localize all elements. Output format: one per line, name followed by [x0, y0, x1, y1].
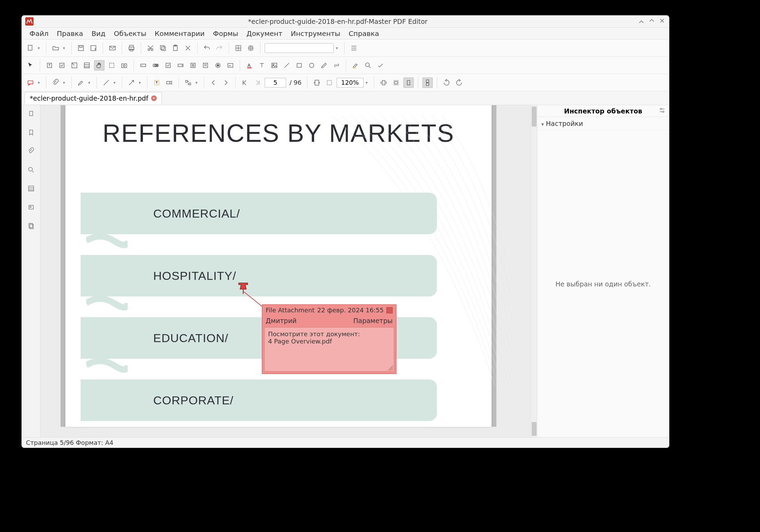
dropdown-icon[interactable]: ▾: [336, 46, 340, 51]
listbox2-tool[interactable]: [200, 60, 211, 71]
dropdown-icon[interactable]: ▾: [38, 46, 42, 51]
grid-form-tool[interactable]: [82, 60, 92, 71]
check-tool[interactable]: [375, 60, 386, 71]
button-tool[interactable]: OK: [150, 60, 161, 71]
file-tab[interactable]: *ecler-product-guide-2018-en-hr.pdf ✕: [25, 92, 162, 104]
measure-tool[interactable]: [183, 77, 193, 88]
zoom-input[interactable]: [337, 78, 364, 88]
search-input[interactable]: [265, 43, 334, 53]
form-tool[interactable]: [69, 60, 80, 71]
radio-tool[interactable]: [213, 60, 223, 71]
dropdown-icon[interactable]: ▾: [366, 80, 370, 85]
layout-cont-button[interactable]: [391, 77, 401, 88]
stamp-tool[interactable]: [164, 77, 174, 88]
fit-page-button[interactable]: [312, 77, 322, 88]
minimize-button[interactable]: [639, 18, 644, 25]
maximize-button[interactable]: [649, 18, 654, 25]
inspector-section[interactable]: Настройки: [537, 117, 669, 130]
crop-tool[interactable]: [107, 60, 117, 71]
marker-tool[interactable]: [76, 77, 86, 88]
line-tool[interactable]: [282, 60, 292, 71]
delete-button[interactable]: [183, 43, 193, 53]
link-tool[interactable]: [331, 60, 342, 71]
scrollbar-thumb[interactable]: [532, 107, 537, 127]
thumbnails-panel-button[interactable]: [26, 183, 36, 194]
note-options[interactable]: Параметры: [353, 317, 393, 324]
snapshot-tool[interactable]: [119, 60, 129, 71]
copy-button[interactable]: [158, 43, 168, 53]
comment-tool[interactable]: [25, 77, 36, 88]
hand-tool[interactable]: [94, 60, 104, 71]
dropdown-icon[interactable]: ▾: [63, 80, 67, 85]
image-tool[interactable]: [269, 60, 280, 71]
snap-button[interactable]: [246, 43, 256, 53]
vertical-scrollbar[interactable]: [531, 105, 537, 437]
highlight-tool[interactable]: [350, 60, 361, 71]
arrow-tool[interactable]: [126, 77, 137, 88]
pages-panel-button[interactable]: [26, 109, 36, 119]
save-button[interactable]: [76, 43, 86, 53]
print-button[interactable]: [126, 43, 137, 53]
nav-fwd-button[interactable]: [252, 77, 263, 88]
menu-tools[interactable]: Инструменты: [287, 28, 345, 39]
checkbox-tool[interactable]: [163, 60, 173, 71]
dropdown-icon[interactable]: ▾: [139, 80, 143, 85]
menu-file[interactable]: Файл: [25, 28, 53, 39]
document-viewport[interactable]: REFERENCES BY MARKETS COMMERCIAL/ HOSPIT…: [40, 105, 531, 437]
signatures-panel-button[interactable]: [26, 202, 36, 212]
tab-close-icon[interactable]: ✕: [151, 95, 157, 101]
layers-panel-button[interactable]: [26, 221, 36, 231]
zoom-tool[interactable]: [363, 60, 373, 71]
open-button[interactable]: [51, 43, 61, 53]
ellipse-tool[interactable]: [306, 60, 317, 71]
fit-width-button[interactable]: [324, 77, 335, 88]
menu-objects[interactable]: Объекты: [110, 28, 150, 39]
menu-view[interactable]: Вид: [87, 28, 110, 39]
scrollbar-thumb[interactable]: [532, 422, 537, 436]
options-button[interactable]: [349, 43, 359, 53]
menu-forms[interactable]: Формы: [209, 28, 242, 39]
rotate-left-button[interactable]: [441, 77, 452, 88]
paste-button[interactable]: [170, 43, 181, 53]
search-panel-button[interactable]: [26, 165, 36, 175]
text-tool[interactable]: [257, 60, 267, 71]
listbox-tool[interactable]: [188, 60, 198, 71]
close-button[interactable]: [659, 18, 665, 25]
dropdown-icon[interactable]: ▾: [38, 80, 42, 85]
note-body[interactable]: Посмотрите этот документ: 4 Page Overvie…: [264, 327, 394, 372]
note-close-button[interactable]: [386, 307, 393, 313]
cut-button[interactable]: [145, 43, 156, 53]
pointer-tool[interactable]: [25, 60, 36, 71]
dropdown-icon[interactable]: ▾: [63, 46, 67, 51]
redo-button[interactable]: [214, 43, 225, 53]
resize-handle-icon[interactable]: [388, 366, 393, 370]
menu-help[interactable]: Справка: [345, 28, 383, 39]
dropdown-icon[interactable]: ▾: [195, 80, 200, 85]
menu-document[interactable]: Документ: [242, 28, 287, 39]
attachment-popup[interactable]: File Attachment 22 февр. 2024 16:55 Дмит…: [262, 304, 396, 374]
nav-back-button[interactable]: [240, 77, 250, 88]
signature-tool[interactable]: [225, 60, 236, 71]
text-color-tool[interactable]: A: [244, 60, 255, 71]
layout-single-button[interactable]: [378, 77, 389, 88]
new-button[interactable]: [25, 43, 36, 53]
text-select-tool[interactable]: [44, 60, 55, 71]
menu-comments[interactable]: Комментарии: [150, 28, 209, 39]
page-input[interactable]: [265, 78, 286, 88]
attachments-panel-button[interactable]: [26, 146, 36, 156]
layout-facing-button[interactable]: [403, 77, 414, 88]
bookmarks-panel-button[interactable]: [26, 127, 36, 138]
attachment-tool[interactable]: [51, 77, 61, 88]
text-annot-tool[interactable]: [152, 77, 162, 88]
rect-tool[interactable]: [294, 60, 304, 71]
undo-button[interactable]: [202, 43, 212, 53]
textfield-tool[interactable]: [138, 60, 148, 71]
save-as-button[interactable]: [88, 43, 99, 53]
combobox-tool[interactable]: [175, 60, 186, 71]
continuous-button[interactable]: [422, 77, 433, 88]
dropdown-icon[interactable]: ▾: [113, 80, 118, 85]
rotate-right-button[interactable]: [454, 77, 464, 88]
menu-edit[interactable]: Правка: [53, 28, 87, 39]
dropdown-icon[interactable]: ▾: [88, 80, 92, 85]
pen-tool[interactable]: [101, 77, 111, 88]
